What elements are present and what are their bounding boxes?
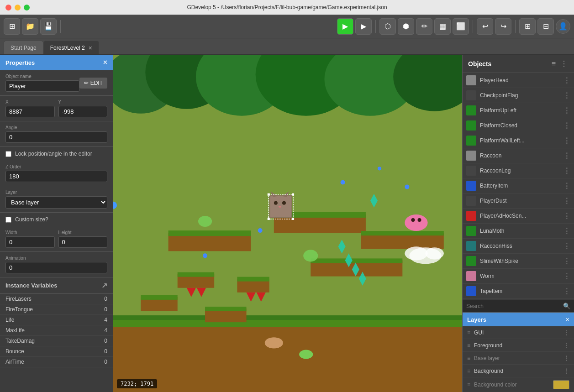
search-input[interactable] (466, 303, 560, 309)
svg-point-62 (299, 350, 313, 359)
save-btn[interactable]: 💾 (40, 18, 57, 35)
svg-rect-19 (141, 295, 177, 300)
layers-list: ≡ GUI ⋮ ≡ Foreground ⋮ ≡ Base layer ⋮ ≡ … (463, 326, 574, 377)
object-name-input[interactable] (5, 80, 79, 92)
layers-close-btn[interactable]: × (566, 316, 569, 323)
play-btn[interactable]: ▶ (337, 18, 353, 35)
preview-btn[interactable]: ⊞ (519, 18, 536, 35)
object-item[interactable]: CheckpointFlag ⋮ (463, 88, 574, 103)
object-icon-Worm (466, 271, 476, 281)
var-name: FireLasers (5, 296, 94, 302)
lock-checkbox[interactable] (5, 151, 11, 157)
more-options-btn[interactable]: ⋮ (559, 58, 569, 69)
edit-tool-btn[interactable]: ⬢ (398, 18, 414, 35)
instance-vars-open-btn[interactable]: ↗ (101, 281, 107, 290)
toolbar-sep-1 (60, 20, 61, 33)
layer-select[interactable]: Base layer Foreground Background GUI (5, 196, 107, 209)
layer-more-Foreground[interactable]: ⋮ (563, 342, 569, 349)
object-item[interactable]: PlatformClosed ⋮ (463, 118, 574, 133)
layer-item-Foreground[interactable]: ≡ Foreground ⋮ (463, 339, 574, 352)
grid-tool-btn[interactable]: ▦ (434, 18, 451, 35)
edit-object-btn[interactable]: ✏ EDIT (79, 78, 107, 89)
object-item[interactable]: RaccoonLog ⋮ (463, 163, 574, 178)
object-more-PlatformWallLeft[interactable]: ⋮ (563, 136, 570, 145)
layer-more-Background[interactable]: ⋮ (563, 367, 569, 374)
grid-view-btn[interactable]: ⊟ (537, 18, 554, 35)
object-more-Raccoon[interactable]: ⋮ (563, 152, 570, 160)
object-item[interactable]: RaccoonHiss ⋮ (463, 239, 574, 254)
object-more-LunaMoth[interactable]: ⋮ (563, 227, 570, 235)
var-value: 0 (94, 359, 107, 365)
object-more-TapeItem[interactable]: ⋮ (563, 287, 570, 296)
layer-name-Background: Background (474, 368, 560, 374)
width-field: Width (5, 230, 55, 248)
layer-item-GUI[interactable]: ≡ GUI ⋮ (463, 326, 574, 339)
object-more-PlayerDust[interactable]: ⋮ (563, 197, 570, 205)
zorder-input[interactable] (5, 171, 107, 182)
svg-point-58 (405, 246, 427, 260)
tab-level[interactable]: Forest/Level 2 × (43, 41, 99, 54)
object-item[interactable]: PlayerHead ⋮ (463, 73, 574, 88)
object-item[interactable]: Worm ⋮ (463, 269, 574, 284)
object-item[interactable]: PlatformUpLeft ⋮ (463, 103, 574, 118)
object-more-PlatformClosed[interactable]: ⋮ (563, 121, 570, 130)
object-more-RaccoonHiss[interactable]: ⋮ (563, 242, 570, 251)
object-more-RaccoonLog[interactable]: ⋮ (563, 167, 570, 175)
redo-btn[interactable]: ↪ (495, 18, 511, 35)
object-item[interactable]: BatteryItem ⋮ (463, 178, 574, 193)
width-input[interactable] (5, 236, 55, 248)
move-tool-btn[interactable]: ⬡ (379, 18, 396, 35)
layer-more-Base layer[interactable]: ⋮ (563, 355, 569, 361)
svg-rect-11 (169, 230, 251, 236)
undo-btn[interactable]: ↩ (477, 18, 493, 35)
animation-input[interactable] (5, 262, 107, 273)
close-button[interactable] (5, 5, 11, 10)
object-item[interactable]: Raccoon ⋮ (463, 148, 574, 163)
object-more-BatteryItem[interactable]: ⋮ (563, 182, 570, 190)
object-more-Worm[interactable]: ⋮ (563, 272, 570, 281)
object-item[interactable]: TapeItem ⋮ (463, 284, 574, 299)
object-item[interactable]: PlatformWallLeft... ⋮ (463, 133, 574, 148)
tab-level-close[interactable]: × (89, 44, 92, 52)
object-more-PlayerHead[interactable]: ⋮ (563, 76, 570, 85)
pencil-tool-btn[interactable]: ✏ (416, 18, 432, 35)
bg-color-swatch[interactable] (553, 380, 569, 389)
object-item[interactable]: PlayerAdHocSen... ⋮ (463, 209, 574, 224)
height-input[interactable] (58, 236, 108, 248)
svg-point-56 (303, 250, 318, 261)
object-item[interactable]: LunaMoth ⋮ (463, 224, 574, 239)
x-input[interactable] (5, 106, 55, 117)
object-item[interactable]: SlimeWithSpike ⋮ (463, 254, 574, 269)
wh-fields: Width Height (5, 230, 107, 248)
canvas-area[interactable]: 7232;-1791 (113, 55, 462, 392)
object-more-PlayerAdHocSen[interactable]: ⋮ (563, 212, 570, 220)
maximize-button[interactable] (24, 5, 30, 10)
layer-item-Background[interactable]: ≡ Background ⋮ (463, 365, 574, 377)
main-area: Properties × Object name ✏ EDIT X Y (0, 55, 574, 392)
properties-close-btn[interactable]: × (103, 58, 107, 67)
layer-more-GUI[interactable]: ⋮ (563, 329, 569, 336)
custom-size-checkbox[interactable] (5, 217, 11, 223)
profile-btn[interactable]: 👤 (556, 19, 570, 34)
layer-item-Base layer[interactable]: ≡ Base layer ⋮ (463, 352, 574, 365)
filter-btn[interactable]: ≡ (551, 59, 557, 69)
object-icon-BatteryItem (466, 181, 476, 191)
object-more-CheckpointFlag[interactable]: ⋮ (563, 91, 570, 100)
object-name-section: Object name ✏ EDIT (0, 70, 113, 96)
object-more-SlimeWithSpike[interactable]: ⋮ (563, 257, 570, 266)
file-open-btn[interactable]: 📁 (22, 18, 38, 35)
y-input[interactable] (58, 106, 108, 117)
object-name-PlayerDust: PlayerDust (480, 198, 559, 204)
object-name-LunaMoth: LunaMoth (480, 228, 559, 234)
play-network-btn[interactable]: ▶ (355, 18, 372, 35)
tabs-bar: Start Page Forest/Level 2 × (0, 38, 574, 55)
svg-point-45 (282, 201, 286, 205)
minimize-button[interactable] (15, 5, 21, 10)
tab-start-page[interactable]: Start Page (4, 41, 43, 54)
object-more-PlatformUpLeft[interactable]: ⋮ (563, 106, 570, 115)
angle-input[interactable] (5, 131, 107, 143)
frame-tool-btn[interactable]: ⬜ (453, 18, 469, 35)
home-btn[interactable]: ⊞ (4, 18, 20, 35)
object-item[interactable]: PlayerDust ⋮ (463, 193, 574, 209)
zorder-section: Z Order (0, 161, 113, 186)
